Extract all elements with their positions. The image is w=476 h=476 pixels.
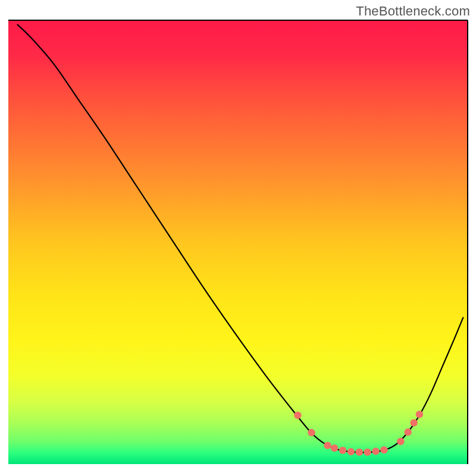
highlight-dot: [356, 449, 363, 456]
highlight-dot: [294, 412, 301, 419]
highlight-dot: [416, 411, 423, 418]
gradient-background: [8, 20, 468, 464]
highlight-dot: [410, 419, 417, 426]
highlight-dot: [331, 444, 338, 452]
highlight-dot: [364, 449, 371, 456]
highlight-dot: [404, 428, 411, 436]
highlight-dot: [339, 447, 346, 454]
watermark-text: TheBottleneck.com: [356, 4, 470, 19]
highlight-dot: [347, 448, 355, 455]
bottleneck-chart: [0, 0, 476, 476]
highlight-dot: [308, 429, 315, 436]
highlight-dot: [372, 447, 379, 455]
highlight-dot: [324, 441, 331, 449]
chart-container: TheBottleneck.com: [0, 0, 476, 476]
highlight-dot: [380, 446, 387, 453]
highlight-dot: [397, 438, 404, 445]
